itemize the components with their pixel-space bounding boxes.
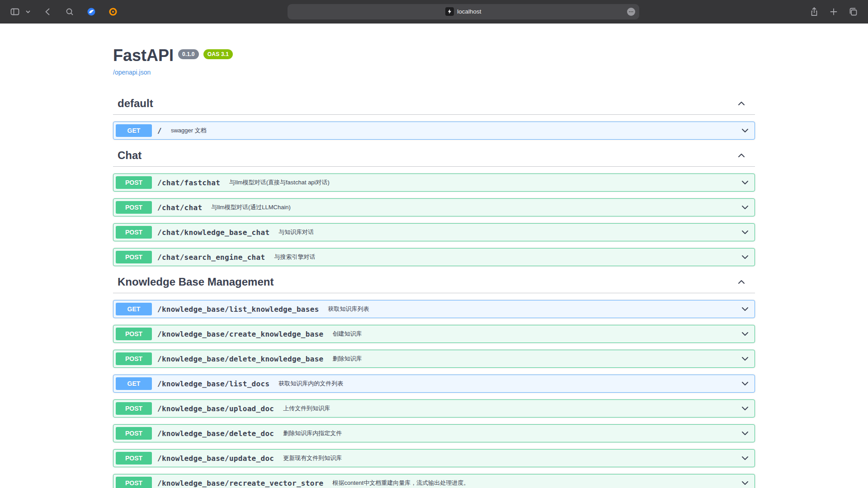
operation-row[interactable]: POST /chat/knowledge_base_chat 与知识库对话 xyxy=(113,223,755,241)
operation-row[interactable]: POST /chat/chat 与llm模型对话(通过LLMChain) xyxy=(113,198,755,216)
operation-path: /knowledge_base/update_doc xyxy=(152,454,279,463)
share-icon xyxy=(809,7,819,17)
operation-row[interactable]: POST /knowledge_base/create_knowledge_ba… xyxy=(113,325,755,343)
operation-summary[interactable]: POST /knowledge_base/create_knowledge_ba… xyxy=(113,325,755,343)
operation-description: 获取知识库内的文件列表 xyxy=(275,380,741,388)
operation-path: /chat/search_engine_chat xyxy=(152,253,270,262)
openapi-spec-link[interactable]: /openapi.json xyxy=(113,69,151,76)
chevron-down-icon xyxy=(741,178,750,187)
lightning-icon xyxy=(447,9,453,14)
swagger-page: FastAPI 0.1.0 OAS 3.1 /openapi.json defa… xyxy=(113,23,755,488)
method-badge: POST xyxy=(116,402,152,415)
expand-operation-button[interactable] xyxy=(741,404,750,413)
operation-row[interactable]: POST /knowledge_base/recreate_vector_sto… xyxy=(113,474,755,488)
chevron-down-icon xyxy=(741,228,750,237)
expand-operation-button[interactable] xyxy=(741,253,750,262)
operation-summary[interactable]: GET /knowledge_base/list_knowledge_bases… xyxy=(113,300,755,318)
operation-summary[interactable]: POST /chat/knowledge_base_chat 与知识库对话 xyxy=(113,224,755,241)
operation-description: 创建知识库 xyxy=(329,330,741,338)
page-more-button[interactable] xyxy=(627,8,635,16)
operation-summary[interactable]: GET / swagger 文档 xyxy=(113,122,755,139)
chevron-down-icon xyxy=(741,203,750,212)
operation-summary[interactable]: POST /knowledge_base/delete_knowledge_ba… xyxy=(113,350,755,367)
section-header[interactable]: Knowledge Base Management xyxy=(113,273,755,293)
version-badge: 0.1.0 xyxy=(178,49,199,59)
new-tab-button[interactable] xyxy=(827,5,840,18)
operation-path: /knowledge_base/delete_doc xyxy=(152,429,279,438)
operation-summary[interactable]: POST /knowledge_base/upload_doc 上传文件到知识库 xyxy=(113,400,755,417)
section-title: Knowledge Base Management xyxy=(118,276,737,288)
expand-operation-button[interactable] xyxy=(741,203,750,212)
operation-summary[interactable]: POST /knowledge_base/recreate_vector_sto… xyxy=(113,474,755,488)
expand-operation-button[interactable] xyxy=(741,305,750,314)
collapse-section-icon[interactable] xyxy=(737,277,746,286)
browser-window: localhost xyxy=(0,0,868,488)
extension-button-orange[interactable] xyxy=(107,5,119,18)
method-badge: GET xyxy=(116,377,152,390)
share-button[interactable] xyxy=(807,5,821,19)
operation-description: 根据content中文档重建向量库，流式输出处理进度。 xyxy=(329,479,741,487)
sidebar-dropdown-button[interactable] xyxy=(24,7,33,16)
operation-description: 与搜索引擎对话 xyxy=(270,253,741,261)
operation-summary[interactable]: POST /knowledge_base/delete_doc 删除知识库内指定… xyxy=(113,425,755,442)
collapse-section-icon[interactable] xyxy=(737,151,746,160)
operation-row[interactable]: POST /knowledge_base/delete_knowledge_ba… xyxy=(113,350,755,368)
operation-description: 获取知识库列表 xyxy=(325,305,741,313)
operation-summary[interactable]: GET /knowledge_base/list_docs 获取知识库内的文件列… xyxy=(113,375,755,392)
operation-row[interactable]: GET /knowledge_base/list_docs 获取知识库内的文件列… xyxy=(113,375,755,393)
operations-list: GET / swagger 文档 xyxy=(113,122,755,140)
operation-row[interactable]: POST /chat/fastchat 与llm模型对话(直接与fastchat… xyxy=(113,174,755,192)
operation-description: 与llm模型对话(通过LLMChain) xyxy=(208,203,741,211)
chevron-down-icon xyxy=(741,379,750,388)
search-button[interactable] xyxy=(63,5,76,18)
search-icon xyxy=(65,7,74,16)
blue-extension-icon xyxy=(87,7,96,16)
expand-operation-button[interactable] xyxy=(741,379,750,388)
api-title: FastAPI xyxy=(113,46,174,65)
extension-button-blue[interactable] xyxy=(85,5,98,18)
url-text: localhost xyxy=(457,8,481,15)
operation-row[interactable]: POST /knowledge_base/delete_doc 删除知识库内指定… xyxy=(113,424,755,442)
method-badge: POST xyxy=(116,328,152,340)
operation-summary[interactable]: POST /chat/search_engine_chat 与搜索引擎对话 xyxy=(113,249,755,266)
sidebar-toggle-button[interactable] xyxy=(8,5,22,19)
section-title: default xyxy=(118,97,737,110)
expand-operation-button[interactable] xyxy=(741,126,750,135)
api-section: Chat POST /chat/fastchat 与llm模型对话(直接与fas… xyxy=(113,146,755,266)
expand-operation-button[interactable] xyxy=(741,329,750,338)
expand-operation-button[interactable] xyxy=(741,354,750,363)
operation-summary[interactable]: POST /chat/fastchat 与llm模型对话(直接与fastchat… xyxy=(113,174,755,191)
section-header[interactable]: Chat xyxy=(113,146,755,167)
operation-row[interactable]: POST /chat/search_engine_chat 与搜索引擎对话 xyxy=(113,248,755,266)
expand-operation-button[interactable] xyxy=(741,228,750,237)
api-section: default GET / swagger 文档 xyxy=(113,94,755,140)
operation-description: 更新现有文件到知识库 xyxy=(279,454,741,462)
operation-path: /knowledge_base/create_knowledge_base xyxy=(152,330,329,338)
expand-operation-button[interactable] xyxy=(741,178,750,187)
section-header[interactable]: default xyxy=(113,94,755,115)
tab-overview-button[interactable] xyxy=(846,5,860,19)
browser-toolbar: localhost xyxy=(0,0,868,23)
expand-operation-button[interactable] xyxy=(741,454,750,463)
operation-row[interactable]: POST /knowledge_base/upload_doc 上传文件到知识库 xyxy=(113,399,755,418)
method-badge: POST xyxy=(116,251,152,263)
operation-row[interactable]: GET / swagger 文档 xyxy=(113,122,755,140)
back-button[interactable] xyxy=(42,5,54,18)
method-badge: GET xyxy=(116,124,152,137)
operation-summary[interactable]: POST /chat/chat 与llm模型对话(通过LLMChain) xyxy=(113,199,755,216)
collapse-section-icon[interactable] xyxy=(737,99,746,108)
operation-description: 删除知识库内指定文件 xyxy=(279,429,741,437)
operation-path: /knowledge_base/list_docs xyxy=(152,380,275,388)
chevron-down-icon xyxy=(741,305,750,314)
orange-extension-icon xyxy=(108,7,118,16)
chevron-down-icon xyxy=(741,126,750,135)
expand-operation-button[interactable] xyxy=(741,479,750,488)
operation-row[interactable]: GET /knowledge_base/list_knowledge_bases… xyxy=(113,300,755,318)
operation-summary[interactable]: POST /knowledge_base/update_doc 更新现有文件到知… xyxy=(113,450,755,467)
chevron-down-icon xyxy=(741,429,750,438)
operation-path: / xyxy=(152,127,167,135)
address-bar[interactable]: localhost xyxy=(288,4,639,19)
expand-operation-button[interactable] xyxy=(741,429,750,438)
operation-row[interactable]: POST /knowledge_base/update_doc 更新现有文件到知… xyxy=(113,449,755,467)
operation-description: 与知识库对话 xyxy=(275,228,741,236)
